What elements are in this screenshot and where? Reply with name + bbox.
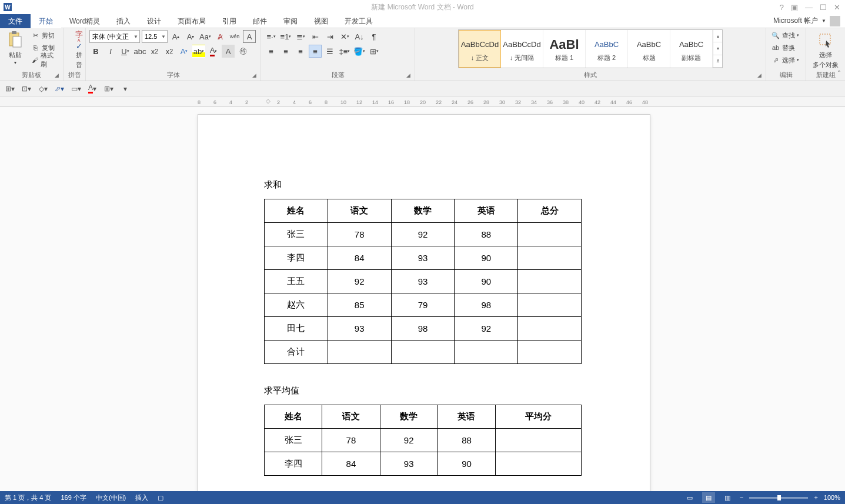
justify-button[interactable]: ≡: [309, 45, 322, 58]
tab-home[interactable]: 开始: [31, 14, 61, 28]
sort-button[interactable]: A↓: [353, 30, 366, 43]
table-cell[interactable]: 98: [391, 317, 455, 341]
tab-insert[interactable]: 插入: [108, 14, 139, 28]
subscript-button[interactable]: x2: [148, 45, 161, 58]
shading-button[interactable]: 🪣▾: [353, 45, 366, 58]
strikethrough-button[interactable]: abc: [133, 45, 146, 58]
table-row[interactable]: 张三789288: [265, 429, 582, 452]
ribbon-options-icon[interactable]: ▣: [791, 3, 798, 12]
qat-btn3[interactable]: ◇▾: [36, 83, 49, 95]
cut-button[interactable]: ✂剪切: [29, 29, 59, 41]
zoom-out-button[interactable]: −: [740, 494, 743, 501]
table-cell[interactable]: 92: [455, 317, 518, 341]
qat-btn2[interactable]: ⊡▾: [20, 83, 33, 95]
table-cell[interactable]: 88: [437, 429, 495, 452]
align-center-button[interactable]: ≡: [279, 45, 292, 58]
multilevel-button[interactable]: ≣▾: [294, 30, 307, 43]
style-item[interactable]: AaBl标题 1: [543, 30, 586, 68]
table-header[interactable]: 语文: [322, 405, 380, 429]
table-cell[interactable]: [328, 341, 391, 364]
table-cell[interactable]: [518, 317, 582, 341]
dialog-launcher-icon[interactable]: ◢: [406, 72, 413, 79]
table-row[interactable]: 张三789288: [265, 223, 582, 246]
table-cell[interactable]: 王五: [265, 270, 328, 293]
table-cell[interactable]: [518, 341, 582, 364]
view-web-icon[interactable]: ▥: [721, 492, 734, 503]
minimize-icon[interactable]: —: [805, 3, 813, 12]
change-case-button[interactable]: Aa▾: [199, 30, 212, 43]
tab-view[interactable]: 视图: [306, 14, 336, 28]
zoom-slider[interactable]: [749, 497, 808, 499]
enclose-char-button[interactable]: ㊕: [236, 45, 249, 58]
bullets-button[interactable]: ≡·▾: [265, 30, 278, 43]
zoom-level[interactable]: 100%: [824, 494, 840, 501]
paste-button[interactable]: 粘贴 ▼: [4, 29, 27, 66]
table-cell[interactable]: [518, 270, 582, 293]
status-words[interactable]: 169 个字: [61, 493, 86, 502]
table-cell[interactable]: 78: [328, 223, 391, 246]
line-spacing-button[interactable]: ‡≡▾: [338, 45, 351, 58]
table-header[interactable]: 数学: [391, 199, 455, 223]
find-button[interactable]: 🔍查找▾: [770, 29, 802, 41]
table-cell[interactable]: 93: [391, 270, 455, 293]
asian-layout-button[interactable]: ✕▾: [338, 30, 351, 43]
underline-button[interactable]: U▾: [119, 45, 132, 58]
view-print-icon[interactable]: ▤: [702, 492, 715, 503]
table-cell[interactable]: [518, 246, 582, 270]
numbering-button[interactable]: ≡1▾: [279, 30, 292, 43]
superscript-button[interactable]: x2: [163, 45, 176, 58]
align-left-button[interactable]: ≡: [265, 45, 278, 58]
gallery-up-icon[interactable]: ▴: [713, 30, 722, 42]
table-cell[interactable]: 98: [455, 293, 518, 317]
status-page[interactable]: 第 1 页，共 4 页: [5, 493, 51, 502]
close-icon[interactable]: ✕: [834, 3, 840, 12]
table-row[interactable]: 田七939892: [265, 317, 582, 341]
bold-button[interactable]: B: [89, 45, 102, 58]
shrink-font-button[interactable]: A▾: [184, 30, 197, 43]
qat-btn8[interactable]: ▾: [119, 83, 132, 95]
table-cell[interactable]: [496, 452, 582, 476]
char-shading-button[interactable]: A: [222, 45, 235, 58]
collapse-ribbon-icon[interactable]: ˆ: [838, 70, 840, 78]
font-size-combo[interactable]: 12.5▼: [142, 30, 168, 43]
char-border-button[interactable]: A: [243, 30, 256, 43]
table-cell[interactable]: 93: [391, 246, 455, 270]
table-header[interactable]: 语文: [328, 199, 391, 223]
table-cell[interactable]: 李四: [265, 246, 328, 270]
table-cell[interactable]: 90: [455, 246, 518, 270]
table-sum[interactable]: 姓名语文数学英语总分张三789288李四849390王五929390赵六8579…: [264, 199, 582, 364]
borders-button[interactable]: ⊞▾: [368, 45, 380, 58]
status-lang[interactable]: 中文(中国): [96, 493, 126, 502]
distribute-button[interactable]: ☰: [323, 45, 336, 58]
tab-references[interactable]: 引用: [214, 14, 245, 28]
table-cell[interactable]: 张三: [265, 223, 328, 246]
view-read-icon[interactable]: ▭: [683, 492, 696, 503]
font-color-button[interactable]: A▾: [207, 45, 220, 58]
phonetic-guide-button[interactable]: wén: [228, 30, 241, 43]
table-cell[interactable]: 92: [328, 270, 391, 293]
format-painter-button[interactable]: 🖌格式刷: [29, 54, 59, 66]
table-cell[interactable]: [391, 341, 455, 364]
style-item[interactable]: AaBbC标题: [628, 30, 670, 68]
qat-btn5[interactable]: ▭▾: [69, 83, 82, 95]
tab-design[interactable]: 设计: [139, 14, 169, 28]
status-mode[interactable]: 插入: [135, 493, 148, 502]
tab-review[interactable]: 审阅: [275, 14, 306, 28]
account-area[interactable]: Microsoft 帐户 ▼: [773, 16, 840, 26]
table-cell[interactable]: 93: [328, 317, 391, 341]
font-name-combo[interactable]: 宋体 (中文正▼: [89, 30, 140, 43]
qat-btn7[interactable]: ⊞▾: [102, 83, 115, 95]
zoom-in-button[interactable]: +: [814, 494, 817, 501]
table-cell[interactable]: [496, 429, 582, 452]
table-header[interactable]: 英语: [455, 199, 518, 223]
table-row[interactable]: 赵六857998: [265, 293, 582, 317]
table-cell[interactable]: 93: [380, 452, 437, 476]
tab-layout[interactable]: 页面布局: [169, 14, 214, 28]
table-cell[interactable]: 合计: [265, 341, 328, 364]
increase-indent-button[interactable]: ⇥: [323, 30, 336, 43]
tab-mail[interactable]: 邮件: [245, 14, 275, 28]
gallery-down-icon[interactable]: ▾: [713, 42, 722, 55]
table-header[interactable]: 总分: [518, 199, 582, 223]
table-cell[interactable]: 84: [328, 246, 391, 270]
table-cell[interactable]: 李四: [265, 452, 322, 476]
